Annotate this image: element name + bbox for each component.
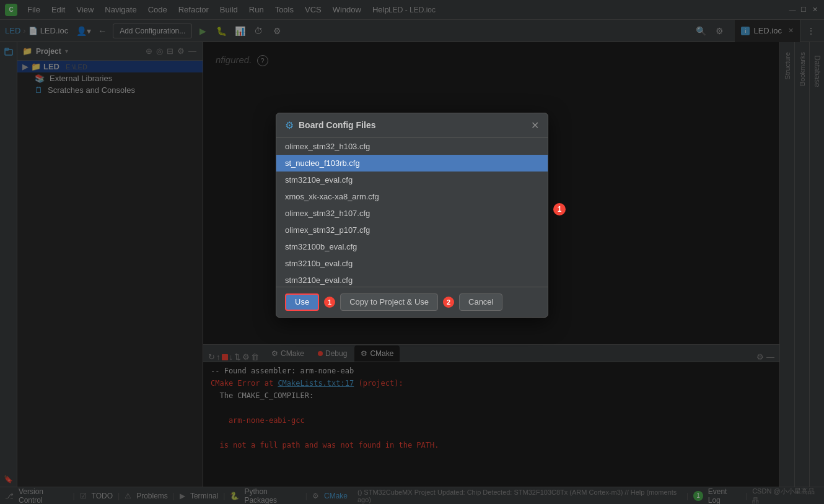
board-config-modal: ⚙ Board Config Files ✕ olimex_stm32_h103…: [276, 113, 548, 318]
modal-item-5[interactable]: olimex_stm32_p107.cfg: [276, 222, 548, 238]
modal-item-1[interactable]: st_nucleo_f103rb.cfg: [276, 155, 548, 172]
modal-title: Board Config Files: [299, 120, 375, 130]
modal-item-0[interactable]: olimex_stm32_h103.cfg: [276, 138, 548, 155]
selected-item-label: st_nucleo_f103rb.cfg: [285, 159, 360, 168]
modal-item-6[interactable]: stm32100b_eval.cfg: [276, 238, 548, 255]
copy-to-project-button[interactable]: Copy to Project & Use: [340, 293, 438, 311]
badge-indicator-1: 1: [553, 203, 566, 215]
modal-item-7[interactable]: stm3210b_eval.cfg: [276, 255, 548, 272]
use-button[interactable]: Use: [285, 293, 319, 311]
modal-close-button[interactable]: ✕: [531, 119, 539, 131]
modal-item-4[interactable]: olimex_stm32_h107.cfg: [276, 205, 548, 222]
modal-file-list: olimex_stm32_h103.cfg st_nucleo_f103rb.c…: [276, 138, 548, 287]
badge-1: 1: [324, 297, 335, 308]
cancel-button[interactable]: Cancel: [459, 293, 502, 311]
modal-overlay: ⚙ Board Config Files ✕ olimex_stm32_h103…: [0, 0, 824, 504]
modal-icon: ⚙: [285, 119, 294, 131]
badge-2: 2: [443, 297, 454, 308]
modal-item-8[interactable]: stm3210e_eval.cfg: [276, 272, 548, 287]
modal-item-3[interactable]: xmos_xk-xac-xa8_arm.cfg: [276, 188, 548, 205]
modal-header: ⚙ Board Config Files ✕: [276, 113, 548, 138]
modal-footer: Use 1 Copy to Project & Use 2 Cancel: [276, 287, 548, 317]
modal-item-2[interactable]: stm3210e_eval.cfg: [276, 172, 548, 188]
